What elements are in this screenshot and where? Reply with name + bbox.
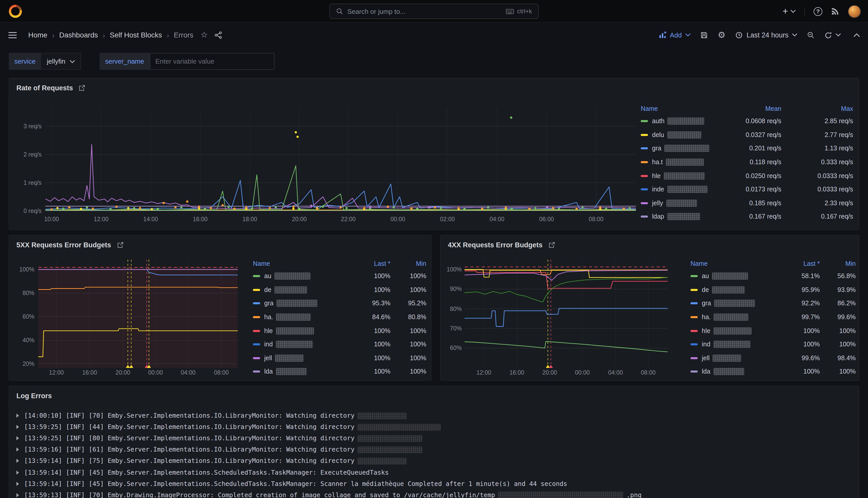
time-range-picker[interactable]: Last 24 hours <box>735 31 797 39</box>
favorite-button[interactable]: ☆ <box>201 31 208 39</box>
refresh-button[interactable] <box>824 31 841 39</box>
zoom-out-button[interactable] <box>807 31 815 39</box>
search-input[interactable]: ctrl+k <box>329 4 539 19</box>
search-field[interactable] <box>347 8 502 15</box>
log-row[interactable]: [13:59:25] [INF] [44] Emby.Server.Implem… <box>16 421 855 433</box>
legend-row[interactable]: hle0.0250 req/s0.0333 req/s <box>641 169 853 183</box>
legend-column-header[interactable]: Min <box>820 260 856 267</box>
legend-row[interactable]: de100%100% <box>253 283 426 297</box>
legend-row[interactable]: ind100%100% <box>253 338 426 351</box>
series-point <box>623 208 625 210</box>
legend-column-header[interactable]: Max <box>781 105 853 113</box>
expand-chevron-icon[interactable] <box>16 425 19 429</box>
expand-chevron-icon[interactable] <box>16 436 19 440</box>
time-series-chart[interactable] <box>46 108 636 211</box>
legend-row[interactable]: ha.84.6%80.8% <box>253 311 426 324</box>
legend-row[interactable]: gra95.3%95.2% <box>253 297 426 310</box>
expand-chevron-icon[interactable] <box>16 493 19 497</box>
legend-column-header[interactable]: Mean <box>725 105 781 113</box>
dashboard-settings-button[interactable]: ⚙ <box>718 30 726 39</box>
keyboard-shortcut: ctrl+k <box>506 8 532 15</box>
breadcrumb-item[interactable]: Dashboards <box>59 31 98 39</box>
expand-chevron-icon[interactable] <box>16 470 19 474</box>
grafana-logo[interactable] <box>8 4 23 18</box>
panel-title[interactable]: Log Errors <box>16 392 52 400</box>
expand-chevron-icon[interactable] <box>16 482 19 486</box>
legend-row[interactable]: lda100%100% <box>253 365 426 378</box>
share-button[interactable] <box>215 31 223 39</box>
legend-column-header[interactable]: Name <box>641 105 725 113</box>
legend-row[interactable]: ind100%100% <box>691 338 856 351</box>
legend-value: 56.8% <box>820 273 856 280</box>
variable-server-name-input[interactable] <box>150 53 275 70</box>
legend-column-header[interactable]: Name <box>691 260 778 267</box>
expand-chevron-icon[interactable] <box>16 414 19 418</box>
panel-title[interactable]: Rate of Requests <box>16 84 73 92</box>
legend-value: 100% <box>344 341 390 348</box>
legend-row[interactable]: hle100%100% <box>253 324 426 338</box>
variable-service-select[interactable]: jellyfin <box>41 53 81 70</box>
legend-series-name: gra <box>691 300 778 307</box>
legend-column-header[interactable]: Name <box>253 260 344 267</box>
series-color-swatch <box>691 330 698 332</box>
add-button[interactable]: Add <box>659 31 691 39</box>
legend-value: 100% <box>390 327 426 334</box>
breadcrumb-item[interactable]: Home <box>28 31 48 39</box>
menu-toggle-button[interactable] <box>8 31 17 38</box>
legend-row[interactable]: au58.1%56.8% <box>691 270 856 283</box>
legend-row[interactable]: auth0.0608 req/s2.85 req/s <box>641 115 853 128</box>
legend-row[interactable]: ha.t0.118 req/s0.333 req/s <box>641 156 853 169</box>
time-series-chart[interactable] <box>465 260 667 368</box>
external-link-icon[interactable] <box>79 85 85 91</box>
panel-title[interactable]: 4XX Requests Error Budgets <box>448 241 543 249</box>
legend-row[interactable]: delu0.0327 req/s2.77 req/s <box>641 128 853 142</box>
collapse-controls-button[interactable] <box>854 33 860 37</box>
new-menu-button[interactable]: + <box>783 6 796 17</box>
legend-column-header[interactable]: Last * <box>778 260 820 267</box>
axis-tick-label: 16:00 <box>502 369 532 376</box>
legend-value: 0.0333 req/s <box>781 186 853 193</box>
user-avatar[interactable] <box>848 5 861 18</box>
grafana-dashboard: ctrl+k + ? Home›Dashboards›Self Host Blo… <box>0 0 868 498</box>
external-link-icon[interactable] <box>548 242 555 248</box>
legend-row[interactable]: hle100%100% <box>691 324 856 338</box>
help-button[interactable]: ? <box>814 7 822 16</box>
panel-title[interactable]: 5XX Requests Error Budgets <box>16 241 111 249</box>
redacted-text <box>712 273 748 280</box>
breadcrumb-item[interactable]: Self Host Blocks <box>110 31 162 39</box>
legend-row[interactable]: gra92.2%86.2% <box>691 297 856 310</box>
expand-chevron-icon[interactable] <box>16 448 19 452</box>
legend-row[interactable]: lda100%100% <box>691 365 856 378</box>
time-series-chart[interactable] <box>39 260 238 368</box>
log-row[interactable]: [13:59:16] [INF] [61] Emby.Server.Implem… <box>16 444 855 455</box>
series-point <box>163 202 165 204</box>
log-row[interactable]: [13:59:13] [INF] [70] Emby.Drawing.Image… <box>16 489 855 498</box>
legend-row[interactable]: inde0.0173 req/s0.0333 req/s <box>641 183 853 196</box>
legend-column-header[interactable]: Min <box>390 260 426 267</box>
log-row[interactable]: [13:59:25] [INF] [80] Emby.Server.Implem… <box>16 433 855 444</box>
legend-row[interactable]: de95.9%93.9% <box>691 283 856 297</box>
news-button[interactable] <box>831 7 839 15</box>
legend-row[interactable]: jell99.6%98.4% <box>691 351 856 365</box>
log-row[interactable]: [13:59:14] [INF] [45] Emby.Server.Implem… <box>16 467 855 478</box>
external-link-icon[interactable] <box>117 242 123 248</box>
legend-row[interactable]: jell100%100% <box>253 351 426 365</box>
panel-4xx-error-budgets: 4XX Requests Error Budgets 100%90%80%70%… <box>440 235 859 381</box>
redacted-text <box>713 327 751 334</box>
legend-row[interactable]: jelly0.185 req/s2.33 req/s <box>641 196 853 210</box>
series-point <box>62 208 65 210</box>
legend-value: 100% <box>390 368 426 375</box>
legend-row[interactable]: gra0.201 req/s1.13 req/s <box>641 142 853 155</box>
log-row[interactable]: [13:59:14] [INF] [45] Emby.Server.Implem… <box>16 478 855 489</box>
legend-row[interactable]: au100%100% <box>253 270 426 283</box>
legend-row[interactable]: ha.99.7%99.6% <box>691 311 856 324</box>
log-row[interactable]: [14:00:10] [INF] [70] Emby.Server.Implem… <box>16 410 855 421</box>
legend-row[interactable]: ldap0.167 req/s0.167 req/s <box>641 210 853 223</box>
series-name-text: inde <box>652 186 664 193</box>
save-dashboard-button[interactable] <box>700 31 708 39</box>
clock-icon <box>735 31 743 39</box>
legend-value: 58.1% <box>778 273 820 280</box>
expand-chevron-icon[interactable] <box>16 459 19 463</box>
log-row[interactable]: [13:59:14] [INF] [75] Emby.Server.Implem… <box>16 455 855 467</box>
legend-column-header[interactable]: Last * <box>344 260 390 267</box>
